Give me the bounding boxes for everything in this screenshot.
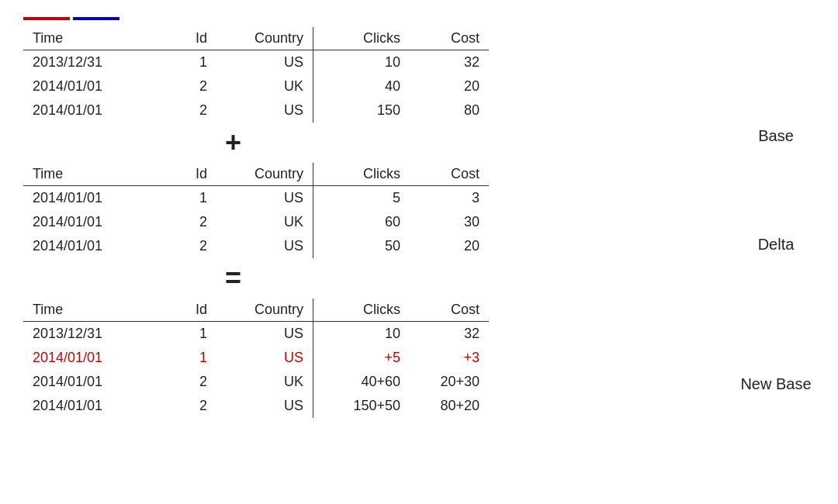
tables-column: Time Id Country Clicks Cost 2013/12/31 1… — [23, 8, 714, 496]
base-label: Base — [758, 127, 794, 145]
cell-country: US — [216, 346, 313, 370]
cell-cost: 20 — [410, 74, 489, 98]
cell-id: 2 — [164, 74, 216, 98]
cell-country: US — [216, 186, 313, 211]
base-table-section: Time Id Country Clicks Cost 2013/12/31 1… — [23, 27, 714, 123]
newbase-col-clicks: Clicks — [313, 299, 410, 322]
base-col-clicks: Clicks — [313, 27, 410, 50]
base-table: Time Id Country Clicks Cost 2013/12/31 1… — [23, 27, 489, 123]
cell-time: 2014/01/01 — [23, 98, 164, 123]
cell-clicks: 50 — [313, 234, 410, 258]
table-row: 2014/01/01 2 UK 60 30 — [23, 210, 489, 234]
cell-time: 2014/01/01 — [23, 370, 164, 394]
table-row: 2014/01/01 2 UK 40 20 — [23, 74, 489, 98]
cell-id: 2 — [164, 210, 216, 234]
cell-country: US — [216, 322, 313, 347]
labels-column: Base Delta New Base — [714, 8, 838, 496]
delta-col-time: Time — [23, 163, 164, 186]
cell-id: 1 — [164, 50, 216, 75]
cell-clicks: 10 — [313, 322, 410, 347]
table-row: 2014/01/01 2 US 50 20 — [23, 234, 489, 258]
cell-id: 2 — [164, 370, 216, 394]
cell-cost: 32 — [410, 322, 489, 347]
cell-clicks: 60 — [313, 210, 410, 234]
delta-label: Delta — [758, 236, 795, 254]
cell-time: 2014/01/01 — [23, 234, 164, 258]
cell-clicks: 5 — [313, 186, 410, 211]
bar-blue — [73, 17, 119, 20]
delta-col-clicks: Clicks — [313, 163, 410, 186]
table-row: 2013/12/31 1 US 10 32 — [23, 50, 489, 75]
cell-cost: 20+30 — [410, 370, 489, 394]
newbase-col-id: Id — [164, 299, 216, 322]
cell-country: UK — [216, 74, 313, 98]
cell-cost: 32 — [410, 50, 489, 75]
newbase-col-cost: Cost — [410, 299, 489, 322]
delta-table-section: Time Id Country Clicks Cost 2014/01/01 1… — [23, 163, 714, 258]
operator-plus: + — [23, 123, 714, 163]
cell-cost: 30 — [410, 210, 489, 234]
table-row: 2014/01/01 1 US +5 +3 — [23, 346, 489, 370]
base-col-time: Time — [23, 27, 164, 50]
cell-clicks: 10 — [313, 50, 410, 75]
table-row: 2014/01/01 2 US 150+50 80+20 — [23, 394, 489, 418]
newbase-table: Time Id Country Clicks Cost 2013/12/31 1… — [23, 299, 489, 418]
base-col-country: Country — [216, 27, 313, 50]
table-row: 2014/01/01 2 US 150 80 — [23, 98, 489, 123]
cell-id: 2 — [164, 394, 216, 418]
newbase-label: New Base — [740, 375, 811, 393]
cell-time: 2014/01/01 — [23, 346, 164, 370]
cell-country: UK — [216, 370, 313, 394]
operator-equals: = — [23, 258, 714, 299]
cell-cost: 80+20 — [410, 394, 489, 418]
delta-label-block: Delta — [714, 182, 838, 306]
cell-time: 2014/01/01 — [23, 394, 164, 418]
cell-time: 2013/12/31 — [23, 50, 164, 75]
cell-id: 2 — [164, 234, 216, 258]
base-label-block: Base — [714, 89, 838, 182]
cell-id: 1 — [164, 186, 216, 211]
cell-clicks: 150+50 — [313, 394, 410, 418]
cell-cost: +3 — [410, 346, 489, 370]
newbase-table-section: Time Id Country Clicks Cost 2013/12/31 1… — [23, 299, 714, 418]
cell-cost: 80 — [410, 98, 489, 123]
cell-time: 2014/01/01 — [23, 74, 164, 98]
cell-time: 2014/01/01 — [23, 210, 164, 234]
cell-time: 2014/01/01 — [23, 186, 164, 211]
delta-col-id: Id — [164, 163, 216, 186]
cell-id: 2 — [164, 98, 216, 123]
delta-col-country: Country — [216, 163, 313, 186]
cell-country: US — [216, 394, 313, 418]
newbase-label-block: New Base — [714, 322, 838, 446]
cell-cost: 20 — [410, 234, 489, 258]
newbase-col-country: Country — [216, 299, 313, 322]
delta-col-cost: Cost — [410, 163, 489, 186]
header-bars — [23, 12, 714, 26]
cell-time: 2013/12/31 — [23, 322, 164, 347]
cell-id: 1 — [164, 322, 216, 347]
cell-clicks: 40+60 — [313, 370, 410, 394]
table-row: 2013/12/31 1 US 10 32 — [23, 322, 489, 347]
cell-country: UK — [216, 210, 313, 234]
base-col-cost: Cost — [410, 27, 489, 50]
cell-clicks: +5 — [313, 346, 410, 370]
base-col-id: Id — [164, 27, 216, 50]
table-row: 2014/01/01 2 UK 40+60 20+30 — [23, 370, 489, 394]
cell-country: US — [216, 98, 313, 123]
cell-clicks: 40 — [313, 74, 410, 98]
table-row: 2014/01/01 1 US 5 3 — [23, 186, 489, 211]
delta-table: Time Id Country Clicks Cost 2014/01/01 1… — [23, 163, 489, 258]
main-container: Time Id Country Clicks Cost 2013/12/31 1… — [0, 0, 838, 504]
cell-country: US — [216, 50, 313, 75]
cell-id: 1 — [164, 346, 216, 370]
newbase-col-time: Time — [23, 299, 164, 322]
cell-cost: 3 — [410, 186, 489, 211]
cell-country: US — [216, 234, 313, 258]
cell-clicks: 150 — [313, 98, 410, 123]
bar-red — [23, 17, 70, 20]
